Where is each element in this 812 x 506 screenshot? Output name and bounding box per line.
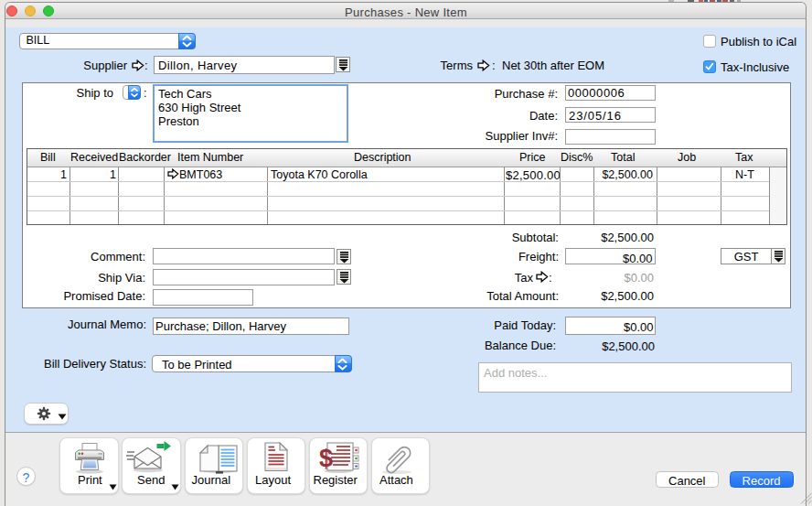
svg-text:$: $ [319,445,333,472]
